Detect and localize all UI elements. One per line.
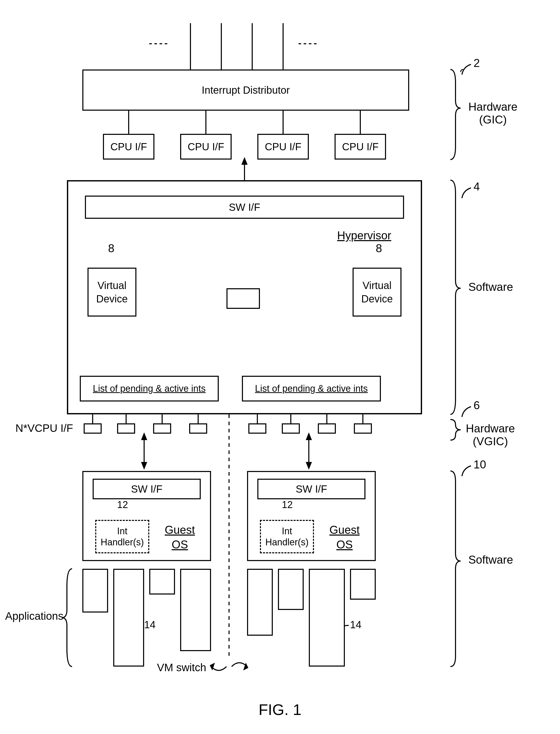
app-bar xyxy=(309,569,345,667)
cpu-if-label: CPU I/F xyxy=(188,141,224,153)
vcpu-port xyxy=(153,423,171,434)
ref-4: 4 xyxy=(474,180,480,193)
app-bar xyxy=(180,569,211,651)
applications-label: Applications xyxy=(5,610,63,622)
center-connector-box xyxy=(226,288,260,309)
app-bar xyxy=(247,569,273,636)
guest-os-label-right: Guest OS xyxy=(329,522,360,552)
cpu-if-3: CPU I/F xyxy=(257,134,309,160)
svg-marker-27 xyxy=(141,432,147,440)
svg-marker-11 xyxy=(241,157,248,165)
cpu-if-label: CPU I/F xyxy=(265,141,301,153)
vcpu-port xyxy=(248,423,266,434)
virtual-device-label: Virtual Device xyxy=(96,279,128,305)
ref-14-right: 14 xyxy=(350,619,362,631)
ref-10: 10 xyxy=(474,458,486,471)
swif-label: SW I/F xyxy=(131,483,162,495)
cpu-if-1: CPU I/F xyxy=(103,134,154,160)
virtual-device-label: Virtual Device xyxy=(361,279,393,305)
ref-2: 2 xyxy=(474,57,480,69)
svg-marker-32 xyxy=(210,663,215,670)
app-bar xyxy=(350,569,376,600)
hw-vgic-label: Hardware (VGIC) xyxy=(466,422,515,448)
vcpu-port xyxy=(189,423,207,434)
pending-list-label: List of pending & active ints xyxy=(255,383,368,394)
svg-marker-28 xyxy=(141,462,147,470)
software-label-1: Software xyxy=(468,281,513,293)
interrupt-distributor: Interrupt Distributor xyxy=(82,69,409,111)
nvcpu-label: N*VCPU I/F xyxy=(15,422,73,434)
swif-label: SW I/F xyxy=(229,202,260,213)
app-bar xyxy=(149,569,175,595)
virtual-device-left: Virtual Device xyxy=(87,268,136,317)
ref-6: 6 xyxy=(474,399,480,412)
ref-12-left: 12 xyxy=(117,499,128,510)
vcpu-port xyxy=(282,423,300,434)
guest-swif-left: SW I/F xyxy=(93,479,201,499)
ref-12-right: 12 xyxy=(282,499,293,510)
pending-list-label: List of pending & active ints xyxy=(93,383,206,394)
int-handler-label: Int Handler(s) xyxy=(265,526,309,548)
hypervisor-label: Hypervisor xyxy=(337,229,391,242)
svg-marker-30 xyxy=(306,432,312,440)
app-bar xyxy=(82,569,108,613)
svg-marker-33 xyxy=(243,663,248,670)
hypervisor-swif: SW I/F xyxy=(85,196,404,219)
cpu-if-label: CPU I/F xyxy=(110,141,147,153)
ref-8-right: 8 xyxy=(376,242,382,255)
swif-label: SW I/F xyxy=(296,483,327,495)
int-handler-right: Int Handler(s) xyxy=(260,520,314,553)
hw-gic-label: Hardware (GIC) xyxy=(468,100,518,126)
vcpu-port xyxy=(354,423,372,434)
interrupt-distributor-label: Interrupt Distributor xyxy=(202,84,290,96)
guest-swif-right: SW I/F xyxy=(257,479,365,499)
vcpu-port xyxy=(84,423,102,434)
guest-os-label-left: Guest OS xyxy=(165,522,195,552)
app-bar xyxy=(278,569,304,610)
cpu-if-label: CPU I/F xyxy=(342,141,379,153)
int-handler-left: Int Handler(s) xyxy=(95,520,149,553)
ref-8-left: 8 xyxy=(108,242,114,255)
virtual-device-right: Virtual Device xyxy=(353,268,401,317)
app-bar xyxy=(113,569,144,667)
cpu-if-2: CPU I/F xyxy=(180,134,232,160)
vm-switch-label: VM switch xyxy=(157,661,206,674)
figure-label: FIG. 1 xyxy=(0,701,560,719)
vcpu-port xyxy=(117,423,135,434)
int-handler-label: Int Handler(s) xyxy=(101,526,144,548)
pending-list-right: List of pending & active ints xyxy=(242,376,381,401)
cpu-if-4: CPU I/F xyxy=(335,134,386,160)
pending-list-left: List of pending & active ints xyxy=(80,376,219,401)
software-label-2: Software xyxy=(468,553,513,566)
vcpu-port xyxy=(318,423,336,434)
svg-marker-31 xyxy=(306,462,312,470)
ref-14-left: 14 xyxy=(144,619,156,631)
